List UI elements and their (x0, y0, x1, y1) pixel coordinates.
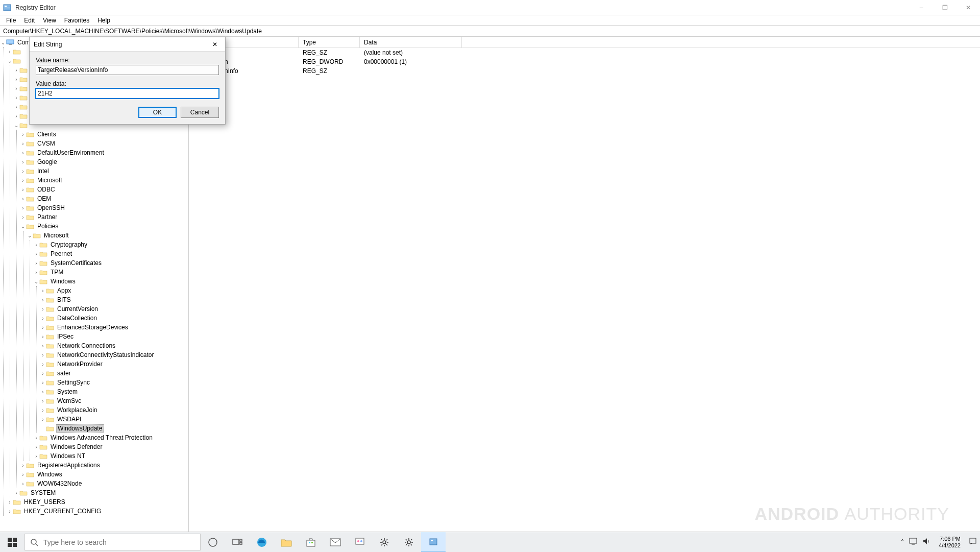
edge-icon[interactable] (250, 532, 274, 553)
tree-item[interactable]: ⌄Microsoft (27, 231, 188, 240)
volume-icon[interactable] (922, 538, 930, 546)
settings-icon[interactable] (372, 532, 397, 553)
tree-item[interactable]: ›ODBC (20, 185, 188, 194)
tree-item[interactable]: ›Windows (20, 470, 188, 479)
task-view-icon[interactable] (225, 532, 250, 553)
action-center-icon[interactable] (969, 537, 977, 547)
tree-item[interactable]: ›Windows Advanced Threat Protection (33, 433, 188, 442)
tree-item[interactable]: ›SystemCertificates (33, 258, 188, 268)
chevron-icon[interactable]: › (33, 453, 39, 459)
chevron-icon[interactable]: › (20, 187, 26, 193)
tree-item[interactable]: ›Google (20, 157, 188, 166)
tree-item[interactable]: ›BITS (40, 295, 188, 304)
list-row[interactable]: leaseVersionREG_DWORD0x00000001 (1) (189, 57, 980, 66)
tree-item[interactable]: ›Intel (20, 166, 188, 176)
chevron-icon[interactable]: › (40, 306, 46, 312)
chevron-icon[interactable]: › (33, 260, 39, 266)
tree-item[interactable]: ›Microsoft (20, 176, 188, 185)
taskbar-search[interactable] (24, 534, 201, 550)
chevron-icon[interactable]: › (20, 472, 26, 477)
start-button[interactable] (0, 532, 24, 552)
store-icon[interactable] (299, 532, 323, 553)
chevron-icon[interactable]: › (33, 251, 39, 257)
tree-item[interactable]: WindowsUpdate (40, 424, 188, 433)
maximize-button[interactable]: ❐ (933, 0, 957, 15)
chevron-icon[interactable]: › (20, 481, 26, 487)
tree-item[interactable]: ›Partner (20, 212, 188, 222)
chevron-icon[interactable]: › (33, 270, 39, 275)
chevron-icon[interactable]: › (20, 159, 26, 165)
chevron-icon[interactable]: › (40, 371, 46, 376)
tree-item[interactable]: ›WSDAPI (40, 415, 188, 424)
chevron-icon[interactable]: › (20, 141, 26, 147)
tree-item[interactable]: ›CVSM (20, 139, 188, 148)
chevron-icon[interactable]: › (40, 407, 46, 413)
menu-view[interactable]: View (39, 17, 60, 24)
cortana-icon[interactable] (201, 532, 225, 553)
chevron-icon[interactable]: › (33, 444, 39, 450)
network-icon[interactable] (909, 538, 917, 546)
tree-item[interactable]: ›WorkplaceJoin (40, 405, 188, 415)
chevron-icon[interactable]: › (40, 297, 46, 303)
menu-help[interactable]: Help (93, 17, 114, 24)
address-bar[interactable]: Computer\HKEY_LOCAL_MACHINE\SOFTWARE\Pol… (0, 26, 980, 37)
minimize-button[interactable]: – (910, 0, 933, 15)
tree-item[interactable]: ›Windows NT (33, 451, 188, 461)
dialog-close-button[interactable]: ✕ (205, 37, 225, 52)
list-row[interactable]: leaseVersionInfoREG_SZ (189, 66, 980, 76)
clock[interactable]: 7:06 PM 4/4/2022 (936, 536, 964, 549)
tree-item[interactable]: ›NetworkConnectivityStatusIndicator (40, 350, 188, 359)
list-pane[interactable]: Name Type Data REG_SZ(value not set)leas… (189, 37, 980, 532)
tree-item[interactable]: ›IPSec (40, 332, 188, 341)
tree-item[interactable]: ›Clients (20, 130, 188, 139)
mail-icon[interactable] (323, 532, 348, 553)
tree-item[interactable]: ›TPM (33, 268, 188, 277)
regedit-task-icon[interactable] (421, 532, 446, 553)
tree-item[interactable]: ›Windows Defender (33, 442, 188, 451)
tree-item[interactable]: ›SettingSync (40, 378, 188, 387)
menu-edit[interactable]: Edit (20, 17, 39, 24)
tree-item[interactable]: ›CurrentVersion (40, 304, 188, 314)
ok-button[interactable]: OK (138, 107, 177, 118)
chevron-icon[interactable]: › (20, 214, 26, 220)
tree-item[interactable]: ›WcmSvc (40, 396, 188, 405)
chevron-icon[interactable]: › (20, 169, 26, 174)
chevron-icon[interactable]: › (40, 380, 46, 386)
tree-item[interactable]: ›safer (40, 369, 188, 378)
tree-item[interactable]: ›Peernet (33, 249, 188, 258)
chevron-icon[interactable]: › (20, 132, 26, 137)
chevron-icon[interactable]: › (20, 463, 26, 468)
tree-item[interactable]: ›OpenSSH (20, 203, 188, 212)
tree-item[interactable]: ›HKEY_USERS (7, 497, 188, 507)
tree-item[interactable]: ›SYSTEM (13, 488, 188, 497)
explorer-icon[interactable] (274, 532, 299, 553)
chevron-icon[interactable]: › (40, 288, 46, 294)
tree-item[interactable]: ›Appx (40, 286, 188, 295)
value-data-input[interactable] (36, 88, 219, 99)
chevron-icon[interactable]: › (33, 242, 39, 248)
tree-item[interactable]: ›RegisteredApplications (20, 461, 188, 470)
col-header-type[interactable]: Type (299, 37, 360, 47)
list-row[interactable]: REG_SZ(value not set) (189, 48, 980, 57)
chevron-icon[interactable]: › (40, 417, 46, 422)
tree-item[interactable]: ›DefaultUserEnvironment (20, 148, 188, 157)
paint-icon[interactable] (348, 532, 372, 553)
chevron-icon[interactable]: › (33, 435, 39, 441)
chevron-icon[interactable]: › (40, 362, 46, 367)
chevron-icon[interactable]: ⌄ (33, 279, 39, 284)
close-button[interactable]: ✕ (957, 0, 980, 15)
chevron-icon[interactable]: › (40, 325, 46, 330)
chevron-icon[interactable]: › (20, 196, 26, 202)
tray-chevron-icon[interactable]: ˄ (901, 539, 904, 546)
expand-icon[interactable]: ⌄ (0, 40, 6, 45)
value-name-input[interactable] (36, 65, 219, 75)
chevron-icon[interactable]: › (40, 334, 46, 340)
chevron-icon[interactable]: ⌄ (27, 233, 33, 238)
tree-item[interactable]: ›Network Connections (40, 341, 188, 350)
taskbar-search-input[interactable] (43, 538, 200, 546)
tree-item[interactable]: ⌄Windows (33, 277, 188, 286)
cancel-button[interactable]: Cancel (181, 107, 219, 118)
chevron-icon[interactable]: › (40, 352, 46, 358)
tree-item[interactable]: ›Cryptography (33, 240, 188, 249)
tree-item[interactable]: ›WOW6432Node (20, 479, 188, 488)
